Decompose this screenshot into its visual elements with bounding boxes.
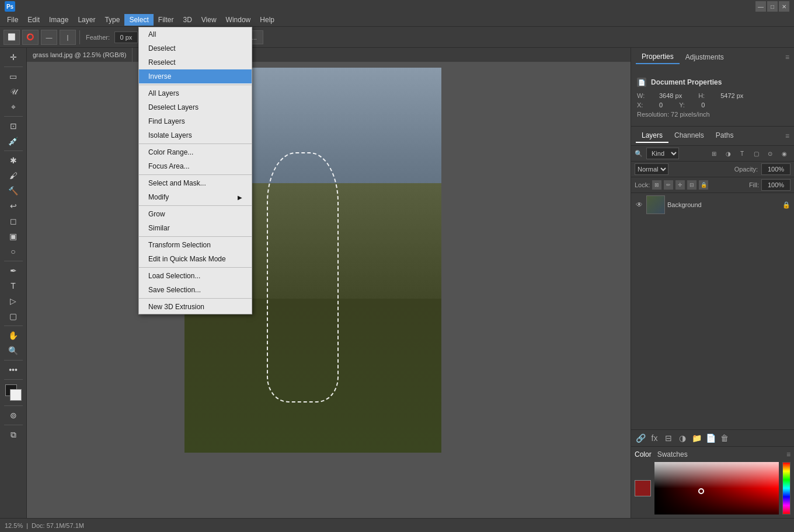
tab-color[interactable]: Color bbox=[635, 450, 652, 459]
active-color-swatch[interactable] bbox=[635, 480, 651, 496]
new-fill-btn[interactable]: ◑ bbox=[677, 432, 688, 444]
menu-layer[interactable]: Layer bbox=[73, 14, 100, 26]
link-layers-btn[interactable]: 🔗 bbox=[635, 432, 646, 444]
new-layer-btn[interactable]: 📄 bbox=[705, 432, 716, 444]
tool-eyedropper[interactable]: 💉 bbox=[6, 134, 20, 148]
menu-item-deselect[interactable]: Deselect bbox=[139, 41, 252, 55]
menu-item-similar[interactable]: Similar bbox=[139, 221, 252, 235]
menu-item-reselect[interactable]: Reselect bbox=[139, 55, 252, 69]
menu-item-select-mask[interactable]: Select and Mask... bbox=[139, 176, 252, 190]
menu-edit[interactable]: Edit bbox=[23, 14, 44, 26]
menu-item-save-selection[interactable]: Save Selection... bbox=[139, 283, 252, 297]
menu-filter[interactable]: Filter bbox=[154, 14, 179, 26]
tab-adjustments[interactable]: Adjustments bbox=[680, 51, 730, 64]
menu-item-focus-area[interactable]: Focus Area... bbox=[139, 159, 252, 173]
menu-image[interactable]: Image bbox=[44, 14, 73, 26]
color-picker-dot[interactable] bbox=[698, 488, 704, 494]
menu-item-load-selection[interactable]: Load Selection... bbox=[139, 269, 252, 283]
tool-shape[interactable]: ▢ bbox=[6, 309, 20, 323]
tool-marquee[interactable]: ▭ bbox=[6, 69, 20, 83]
menu-item-deselect-layers[interactable]: Deselect Layers bbox=[139, 100, 252, 114]
tool-marquee-rect[interactable]: ⬜ bbox=[4, 30, 20, 45]
tool-type[interactable]: T bbox=[6, 279, 20, 293]
lock-all-icon[interactable]: 🔒 bbox=[699, 180, 708, 190]
menu-item-modify[interactable]: Modify ▶ bbox=[139, 190, 252, 204]
tool-lasso[interactable]: 𝒰 bbox=[6, 85, 20, 99]
menu-item-all[interactable]: All bbox=[139, 27, 252, 41]
color-menu-btn[interactable]: ≡ bbox=[786, 450, 790, 459]
menu-item-all-layers[interactable]: All Layers bbox=[139, 86, 252, 100]
background-color[interactable] bbox=[10, 389, 22, 401]
tab-channels[interactable]: Channels bbox=[668, 129, 710, 143]
layer-kind-select[interactable]: Kind bbox=[646, 148, 679, 159]
layer-filter-toggle[interactable]: ◉ bbox=[778, 148, 790, 159]
opacity-input[interactable] bbox=[761, 163, 790, 175]
layer-visibility-toggle[interactable]: 👁 bbox=[635, 200, 644, 209]
layer-filter-pixel-icon[interactable]: ⊞ bbox=[708, 148, 720, 159]
maximize-button[interactable]: □ bbox=[767, 1, 778, 12]
add-fx-btn[interactable]: fx bbox=[649, 432, 660, 444]
tool-move[interactable]: ✛ bbox=[6, 50, 20, 64]
menu-select[interactable]: Select bbox=[124, 14, 153, 26]
menu-item-transform-selection[interactable]: Transform Selection bbox=[139, 238, 252, 252]
tab-paths[interactable]: Paths bbox=[710, 129, 740, 143]
tool-extra[interactable]: ••• bbox=[6, 363, 20, 377]
tool-history-brush[interactable]: ↩ bbox=[6, 199, 20, 213]
menu-view[interactable]: View bbox=[197, 14, 221, 26]
lock-image-icon[interactable]: ✏ bbox=[664, 180, 673, 190]
layer-filter-smart-icon[interactable]: ⊙ bbox=[764, 148, 776, 159]
tab-swatches[interactable]: Swatches bbox=[657, 450, 688, 459]
lock-transparent-icon[interactable]: ⊠ bbox=[652, 180, 661, 190]
new-group-btn[interactable]: 📁 bbox=[691, 432, 702, 444]
menu-item-grow[interactable]: Grow bbox=[139, 207, 252, 221]
hue-slider[interactable] bbox=[782, 462, 790, 514]
tool-pen[interactable]: ✒ bbox=[6, 264, 20, 278]
lock-position-icon[interactable]: ✛ bbox=[675, 180, 685, 190]
tool-clone[interactable]: 🔨 bbox=[6, 184, 20, 198]
lock-artboard-icon[interactable]: ⊟ bbox=[687, 180, 697, 190]
document-tab[interactable]: grass land.jpg @ 12.5% (RGB/8) bbox=[27, 48, 133, 62]
tool-brush[interactable]: 🖌 bbox=[6, 169, 20, 183]
color-gradient[interactable] bbox=[654, 462, 779, 514]
tool-marquee-ellipse[interactable]: ⭕ bbox=[22, 30, 39, 45]
add-mask-btn[interactable]: ⊟ bbox=[663, 432, 674, 444]
tool-quick-select[interactable]: ⌖ bbox=[6, 100, 20, 114]
menu-help[interactable]: Help bbox=[255, 14, 279, 26]
menu-file[interactable]: File bbox=[2, 14, 23, 26]
menu-item-edit-quick-mask[interactable]: Edit in Quick Mask Mode bbox=[139, 252, 252, 266]
layer-filter-shape-icon[interactable]: ▢ bbox=[750, 148, 762, 159]
tool-dodge[interactable]: ○ bbox=[6, 244, 20, 258]
menu-item-isolate-layers[interactable]: Isolate Layers bbox=[139, 128, 252, 142]
close-button[interactable]: ✕ bbox=[779, 1, 789, 12]
window-controls[interactable]: — □ ✕ bbox=[755, 1, 789, 12]
menu-item-find-layers[interactable]: Find Layers bbox=[139, 114, 252, 128]
menu-item-new-3d-extrusion[interactable]: New 3D Extrusion bbox=[139, 300, 252, 314]
menu-item-color-range[interactable]: Color Range... bbox=[139, 145, 252, 159]
tool-gradient[interactable]: ▣ bbox=[6, 229, 20, 243]
tool-zoom[interactable]: 🔍 bbox=[6, 344, 20, 358]
tool-heal[interactable]: ✱ bbox=[6, 153, 20, 167]
minimize-button[interactable]: — bbox=[755, 1, 766, 12]
menu-item-inverse[interactable]: Inverse bbox=[139, 69, 252, 83]
blend-mode-select[interactable]: Normal bbox=[635, 163, 668, 175]
layer-filter-adj-icon[interactable]: ◑ bbox=[722, 148, 734, 159]
layer-filter-type-icon[interactable]: T bbox=[736, 148, 748, 159]
tool-eraser[interactable]: ◻ bbox=[6, 214, 20, 228]
feather-input[interactable] bbox=[114, 32, 138, 43]
menu-type[interactable]: Type bbox=[100, 14, 124, 26]
tool-row[interactable]: — bbox=[41, 30, 57, 45]
fill-input[interactable] bbox=[761, 179, 790, 191]
menu-3d[interactable]: 3D bbox=[178, 14, 196, 26]
tool-col[interactable]: | bbox=[60, 30, 76, 45]
tool-quick-mask[interactable]: ⊚ bbox=[6, 408, 20, 422]
tool-hand[interactable]: ✋ bbox=[6, 328, 20, 342]
menu-window[interactable]: Window bbox=[221, 14, 256, 26]
tool-screen-mode[interactable]: ⧉ bbox=[6, 428, 20, 442]
tab-layers[interactable]: Layers bbox=[636, 129, 668, 143]
tool-path-select[interactable]: ▷ bbox=[6, 294, 20, 308]
delete-layer-btn[interactable]: 🗑 bbox=[719, 432, 730, 444]
layer-name[interactable]: Background bbox=[667, 201, 780, 208]
properties-menu-btn[interactable]: ≡ bbox=[785, 53, 789, 61]
color-selector[interactable] bbox=[5, 384, 22, 401]
tool-crop[interactable]: ⊡ bbox=[6, 119, 20, 133]
